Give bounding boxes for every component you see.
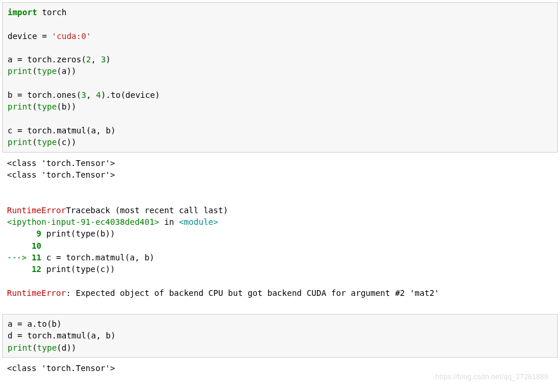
traceback-code: = — [56, 253, 61, 262]
traceback-code: )) — [105, 264, 115, 274]
traceback-lineno: 9 — [37, 229, 41, 238]
stdout-line: <class 'torch.Tensor'> — [7, 363, 115, 373]
code-text: ).to(device) — [101, 90, 160, 100]
traceback-error-name: RuntimeError — [7, 206, 66, 215]
traceback-arrow: ---> — [7, 253, 31, 262]
traceback-error-msg: : Expected object of backend CPU but got… — [66, 288, 439, 298]
code-text: , — [91, 55, 101, 64]
code-text: a = torch.zeros( — [8, 55, 86, 64]
string-literal: 'cuda:0' — [52, 31, 91, 41]
builtin-print: print — [8, 102, 32, 111]
code-text: , — [86, 90, 96, 100]
builtin-type: type — [37, 343, 57, 352]
code-text: ( — [32, 343, 37, 352]
code-text: device = — [8, 31, 52, 41]
code-text: a = a.to(b) — [8, 319, 62, 329]
code-text: ( — [32, 102, 37, 111]
traceback-error-name: RuntimeError — [7, 288, 66, 298]
number-literal: 4 — [96, 90, 101, 100]
code-cell-2[interactable]: a = a.to(b) d = torch.matmul(a, b) print… — [2, 314, 558, 358]
traceback-code: ( — [71, 229, 76, 238]
traceback-code: print — [41, 264, 71, 274]
traceback-code: b — [100, 229, 105, 238]
code-text: ( — [32, 137, 37, 147]
traceback-code: ( — [71, 264, 76, 274]
traceback-code: , — [135, 253, 139, 262]
traceback-code: )) — [105, 229, 115, 238]
code-text: d = torch.matmul — [8, 331, 86, 340]
number-literal: 3 — [81, 90, 86, 100]
code-text: (c)) — [57, 137, 76, 147]
builtin-print: print — [8, 137, 32, 147]
traceback-module: <module> — [179, 217, 218, 227]
traceback-code: . — [90, 253, 95, 262]
builtin-print: print — [8, 66, 32, 76]
number-literal: 3 — [101, 55, 105, 64]
traceback-code: ( — [125, 253, 129, 262]
code-text: b = torch.ones( — [8, 90, 81, 100]
traceback-code: c — [100, 264, 105, 274]
code-text: (a, b) — [86, 331, 116, 340]
traceback-code: ( — [96, 264, 100, 274]
code-text: (b)) — [57, 102, 76, 111]
code-text: (a)) — [57, 66, 76, 76]
traceback-code: a — [130, 253, 135, 262]
code-text: torch — [37, 8, 67, 17]
code-text: ( — [32, 66, 37, 76]
traceback-header: Traceback (most recent call last) — [66, 206, 228, 215]
kw-import: import — [8, 8, 37, 17]
traceback-code: matmul — [96, 253, 125, 262]
builtin-print: print — [8, 343, 32, 352]
traceback-code: b — [140, 253, 150, 262]
traceback-code: ( — [96, 229, 100, 238]
traceback-code: ) — [150, 253, 154, 262]
code-text: ) — [106, 55, 111, 64]
stdout-line: <class 'torch.Tensor'> — [7, 158, 115, 168]
output-cell-2: <class 'torch.Tensor'> — [2, 360, 558, 377]
traceback-lineno: 11 — [31, 253, 41, 262]
traceback-lineno: 10 — [31, 241, 41, 250]
builtin-type: type — [37, 66, 57, 76]
code-cell-1[interactable]: import torch device = 'cuda:0' a = torch… — [2, 2, 558, 153]
builtin-type: type — [37, 102, 57, 111]
output-cell-1: <class 'torch.Tensor'> <class 'torch.Ten… — [2, 155, 558, 303]
traceback-code: type — [76, 264, 96, 274]
stdout-line: <class 'torch.Tensor'> — [7, 170, 115, 179]
traceback-file: <ipython-input-91-ec4038ded401> — [7, 217, 159, 227]
builtin-type: type — [37, 137, 57, 147]
traceback-in: in — [159, 217, 179, 227]
traceback-code: torch — [61, 253, 91, 262]
code-text: (d)) — [57, 343, 76, 352]
traceback-code: print — [41, 229, 71, 238]
traceback-lineno: 12 — [31, 264, 41, 274]
traceback-code: c — [41, 253, 56, 262]
code-text: c = torch.matmul(a, b) — [8, 126, 115, 135]
traceback-code: type — [76, 229, 96, 238]
